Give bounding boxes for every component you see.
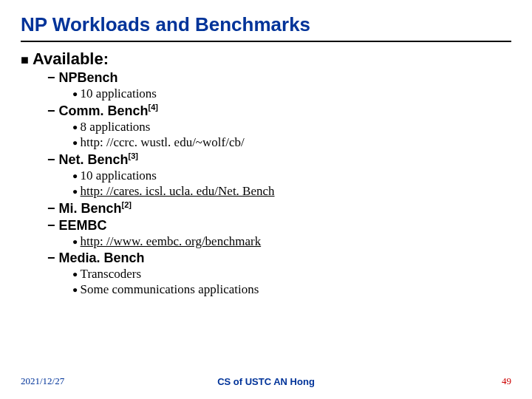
heading-available: Available:: [21, 50, 511, 69]
item-commbench-label: Comm. Bench: [59, 103, 149, 118]
item-eembc-label: EEMBC: [59, 218, 107, 233]
item-netbench-ref: [3]: [129, 151, 138, 160]
item-commbench: Comm. Bench[4]: [47, 103, 511, 119]
item-netbench-label: Net. Bench: [59, 152, 129, 167]
item-npbench-label: NPBench: [59, 70, 118, 85]
item-commbench-ref: [4]: [149, 103, 158, 112]
item-npbench-sub1: 10 applications: [72, 86, 511, 101]
item-commbench-sub1: 8 applications: [72, 120, 511, 134]
footer-page-number: 49: [502, 375, 511, 387]
item-eembc: EEMBC: [47, 218, 511, 233]
item-commbench-sub2: http: //ccrc. wustl. edu/~wolf/cb/: [72, 135, 511, 150]
item-netbench: Net. Bench[3]: [47, 151, 511, 168]
item-eembc-sub1: http: //www. eembc. org/benchmark: [72, 234, 511, 249]
item-mediabench-sub2: Some communications applications: [72, 282, 511, 297]
footer: 2021/12/27 CS of USTC AN Hong 49: [0, 371, 532, 387]
footer-center: CS of USTC AN Hong: [0, 376, 532, 387]
item-netbench-sub1: 10 applications: [72, 168, 511, 183]
item-mibench-label: Mi. Bench: [59, 201, 122, 216]
slide: NP Workloads and Benchmarks Available: N…: [0, 0, 532, 399]
item-mediabench: Media. Bench: [47, 250, 511, 266]
item-mibench-ref: [2]: [122, 200, 132, 209]
slide-title: NP Workloads and Benchmarks: [21, 13, 511, 42]
item-mibench: Mi. Bench[2]: [47, 200, 511, 216]
item-mediabench-sub1: Transcoders: [72, 267, 511, 282]
item-netbench-sub2: http: //cares. icsl. ucla. edu/Net. Benc…: [72, 184, 511, 199]
item-mediabench-label: Media. Bench: [59, 250, 145, 265]
item-npbench: NPBench: [47, 70, 511, 86]
